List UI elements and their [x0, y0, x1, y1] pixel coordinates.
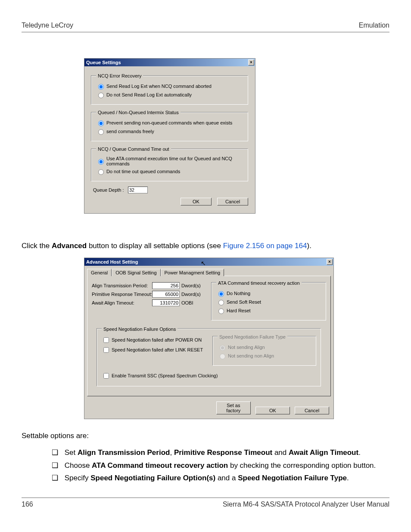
tab-panel-general: Align Transmission Period: Dword(s) Prim… [87, 276, 331, 396]
speed-nego-failure-type-group: Speed Negotiation Failure Type Not sendi… [213, 334, 316, 366]
list-item: Specify Speed Negotiating Failure Option… [52, 473, 389, 484]
group-legend: NCQ / Queue Command Time out [96, 146, 171, 152]
align-period-label: Align Transmission Period: [92, 283, 152, 288]
close-icon[interactable]: × [248, 59, 254, 65]
intermix-freely-radio[interactable]: send commands freely [96, 128, 243, 135]
radio-input[interactable] [218, 300, 224, 305]
radio-input[interactable] [98, 129, 104, 135]
tab-general[interactable]: General [87, 269, 112, 276]
doc-paragraph: Settable options are: [22, 430, 389, 442]
ok-button[interactable]: OK [181, 198, 212, 205]
ata-recovery-action-group: ATA Command timeout recovery action Do N… [212, 280, 326, 320]
tab-bar: General OOB Signal Setting Power Managme… [87, 268, 333, 276]
group-legend: Speed Negotiation Failure Type [218, 334, 287, 339]
titlebar[interactable]: Advanced Host Setting × [84, 258, 333, 266]
list-item: Set Align Transmission Period, Primitive… [52, 447, 389, 458]
group-legend: ATA Command timeout recovery action [216, 280, 302, 286]
ata-do-nothing-radio[interactable]: Do Nothing [216, 290, 321, 297]
checkbox-input[interactable] [103, 337, 109, 343]
snfo-linkreset-check[interactable]: Speed Negotiation failed after LINK RESE… [102, 346, 205, 354]
manual-title: Sierra M6-4 SAS/SATA Protocol Analyzer U… [223, 501, 389, 508]
snft-not-align-radio: Not sending Align [218, 344, 311, 351]
page-header: Teledyne LeCroy Emulation [22, 22, 389, 32]
radio-input[interactable] [98, 159, 104, 165]
queue-depth-label: Queue Depth : [93, 187, 124, 193]
radio-input [220, 345, 225, 351]
close-icon[interactable]: × [327, 259, 333, 265]
radio-label: send commands freely [106, 129, 154, 134]
radio-input[interactable] [218, 291, 224, 297]
ata-hard-reset-radio[interactable]: Hard Reset [216, 307, 321, 314]
unit-label: Dword(s) [181, 283, 203, 288]
check-label: Speed Negotiation failed after POWER ON [112, 337, 202, 342]
radio-input[interactable] [98, 84, 104, 90]
await-align-label: Await Align Timeout: [92, 300, 152, 305]
titlebar[interactable]: Queue Settings × [84, 59, 255, 66]
tab-power-management[interactable]: Power Managment Setting [161, 269, 224, 276]
snft-not-nonalign-radio: Not sending non Align [218, 352, 311, 359]
intermix-status-group: Queued / Non-Queued Intermix Status Prev… [91, 110, 248, 141]
dialog-title: Advanced Host Setting [86, 259, 138, 264]
ncq-no-readlog-radio[interactable]: Do not Send Read Log Ext automatically [96, 91, 243, 98]
advanced-host-setting-dialog: Advanced Host Setting × ↖ General OOB Si… [84, 258, 334, 419]
dialog-title: Queue Settings [86, 60, 121, 65]
radio-label: Not sending Align [228, 345, 265, 350]
list-item: Choose ATA Command timeout recovery acti… [52, 460, 389, 471]
header-right: Emulation [359, 22, 389, 29]
radio-input[interactable] [98, 169, 104, 175]
checkbox-input[interactable] [103, 347, 109, 353]
tab-oob[interactable]: OOB Signal Setting [112, 269, 160, 276]
radio-label: Not sending non Align [228, 353, 274, 358]
doc-body: Click the Advanced button to display all… [22, 240, 389, 252]
group-legend: Speed Negotiation Failure Options [102, 327, 177, 332]
ok-button[interactable]: OK [255, 407, 290, 414]
doc-body: Settable options are: Set Align Transmis… [22, 430, 389, 484]
checkbox-input[interactable] [103, 373, 109, 379]
timeout-no-timeout-radio[interactable]: Do not time out queued commands [96, 168, 243, 175]
radio-label: Send Soft Reset [227, 299, 261, 305]
radio-label: Use ATA command execution time out for Q… [106, 156, 243, 166]
await-align-input[interactable] [152, 299, 180, 306]
enable-ssc-check[interactable]: Enable Transmit SSC (Spread Spectrum Clo… [102, 372, 316, 380]
queue-depth-input[interactable] [128, 187, 148, 193]
group-legend: NCQ Error Recovery [96, 73, 143, 78]
ata-soft-reset-radio[interactable]: Send Soft Reset [216, 299, 321, 305]
snfo-poweron-check[interactable]: Speed Negotiation failed after POWER ON [102, 336, 205, 344]
group-legend: Queued / Non-Queued Intermix Status [96, 110, 181, 115]
primitive-timeout-label: Primitive Response Timeout: [92, 292, 152, 297]
queue-settings-dialog: Queue Settings × NCQ Error Recovery Send… [84, 58, 255, 214]
primitive-timeout-input[interactable] [152, 291, 180, 298]
radio-label: Send Read Log Ext when NCQ command abort… [106, 84, 212, 89]
figure-link[interactable]: Figure 2.156 on page 164 [223, 242, 307, 250]
align-period-input[interactable] [152, 282, 180, 289]
page-number: 166 [22, 501, 33, 508]
speed-nego-failure-options-group: Speed Negotiation Failure Options Speed … [97, 327, 321, 386]
intermix-prevent-radio[interactable]: Prevent sending non-queued commands when… [96, 119, 243, 126]
radio-input[interactable] [98, 121, 104, 126]
radio-label: Do not Send Read Log Ext automatically [106, 92, 192, 97]
check-label: Speed Negotiation failed after LINK RESE… [112, 347, 203, 352]
unit-label: Dword(s) [181, 292, 203, 297]
ncq-send-readlog-radio[interactable]: Send Read Log Ext when NCQ command abort… [96, 83, 243, 90]
cancel-button[interactable]: Cancel [217, 198, 248, 205]
radio-input[interactable] [218, 308, 224, 314]
radio-label: Prevent sending non-queued commands when… [106, 120, 232, 125]
radio-label: Hard Reset [227, 308, 251, 313]
doc-paragraph: Click the Advanced button to display all… [22, 240, 389, 252]
radio-input[interactable] [98, 93, 104, 98]
command-timeout-group: NCQ / Queue Command Time out Use ATA com… [91, 146, 248, 181]
align-params-panel: Align Transmission Period: Dword(s) Prim… [92, 280, 204, 320]
page-footer: 166 Sierra M6-4 SAS/SATA Protocol Analyz… [22, 498, 389, 508]
ncq-error-recovery-group: NCQ Error Recovery Send Read Log Ext whe… [91, 73, 248, 105]
check-label: Enable Transmit SSC (Spread Spectrum Clo… [112, 373, 218, 378]
unit-label: OOBI [181, 300, 203, 305]
header-left: Teledyne LeCroy [22, 22, 73, 29]
cancel-button[interactable]: Cancel [295, 407, 329, 414]
radio-label: Do not time out queued commands [106, 169, 180, 174]
radio-input [220, 354, 225, 359]
set-as-factory-button[interactable]: Set as factory [216, 401, 251, 414]
radio-label: Do Nothing [227, 291, 250, 296]
timeout-use-ata-radio[interactable]: Use ATA command execution time out for Q… [96, 156, 243, 166]
